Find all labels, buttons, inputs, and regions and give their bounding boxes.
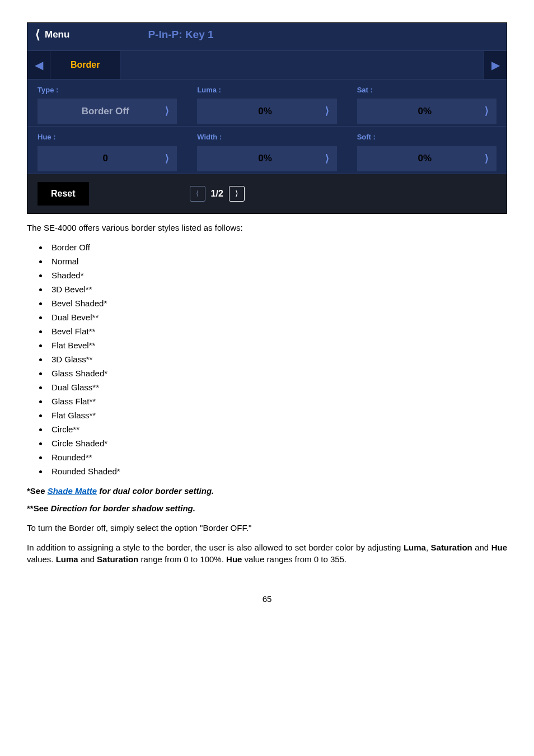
field-label: Hue :	[38, 132, 177, 142]
value-text: 0%	[365, 105, 485, 118]
field-type: Type : Border Off ⟩	[27, 79, 187, 126]
styles-list: Border Off Normal Shaded* 3D Bevel** Bev…	[48, 241, 507, 477]
value-text: 0	[45, 152, 165, 165]
panel-title: P-In-P: Key 1	[148, 27, 213, 43]
fields-grid: Type : Border Off ⟩ Luma : 0% ⟩ Sat : 0%…	[27, 79, 507, 174]
note1-pre: *See	[27, 486, 48, 496]
field-label: Sat :	[357, 85, 496, 95]
chevron-right-icon: ⟩	[325, 152, 329, 166]
chevron-left-icon: ⟨	[35, 29, 40, 41]
panel-footer: Reset ⟨ 1/2 ⟩	[27, 174, 507, 213]
note-shade-matte: *See Shade Matte for dual color border s…	[27, 485, 507, 497]
field-width: Width : 0% ⟩	[187, 126, 346, 173]
list-item: Glass Flat**	[48, 395, 507, 407]
field-label: Width :	[197, 132, 336, 142]
list-item: Normal	[48, 255, 507, 267]
triangle-left-icon: ◀	[35, 57, 43, 73]
border-color-text: In addition to assigning a style to the …	[27, 542, 507, 565]
field-value-type[interactable]: Border Off ⟩	[38, 99, 177, 124]
field-value-hue[interactable]: 0 ⟩	[38, 146, 177, 171]
note1-post: for dual color border setting	[97, 486, 212, 496]
field-value-width[interactable]: 0% ⟩	[197, 146, 336, 171]
tab-border[interactable]: Border	[50, 51, 120, 79]
field-luma: Luma : 0% ⟩	[187, 79, 346, 126]
border-off-text: To turn the Border off, simply select th…	[27, 522, 507, 534]
value-text: 0%	[205, 105, 325, 118]
chevron-right-icon: ⟩	[325, 104, 329, 118]
back-button[interactable]: ⟨ Menu	[35, 28, 69, 41]
pager-prev[interactable]: ⟨	[190, 186, 205, 202]
reset-label: Reset	[51, 189, 76, 198]
tab-prev[interactable]: ◀	[27, 51, 50, 79]
panel-header: ⟨ Menu P-In-P: Key 1	[27, 23, 507, 50]
field-value-luma[interactable]: 0% ⟩	[197, 99, 336, 124]
field-label: Luma :	[197, 85, 336, 95]
chevron-left-icon: ⟨	[196, 188, 199, 199]
chevron-right-icon: ⟩	[235, 188, 238, 199]
page-number: 65	[27, 593, 507, 605]
list-item: 3D Glass**	[48, 353, 507, 365]
list-item: Dual Glass**	[48, 381, 507, 393]
field-label: Type :	[38, 85, 177, 95]
list-item: Rounded Shaded*	[48, 465, 507, 477]
chevron-right-icon: ⟩	[485, 104, 489, 118]
pager-number: 1/2	[211, 188, 223, 200]
list-item: Flat Bevel**	[48, 339, 507, 351]
pager-next[interactable]: ⟩	[229, 186, 245, 202]
list-item: Circle Shaded*	[48, 437, 507, 449]
list-item: Circle**	[48, 423, 507, 435]
list-item: Bevel Shaded*	[48, 297, 507, 309]
list-item: Flat Glass**	[48, 409, 507, 421]
chevron-right-icon: ⟩	[165, 104, 169, 118]
field-soft: Soft : 0% ⟩	[347, 126, 507, 173]
chevron-right-icon: ⟩	[485, 152, 489, 166]
reset-button[interactable]: Reset	[38, 182, 89, 206]
value-text: Border Off	[45, 105, 165, 118]
list-item: Rounded**	[48, 451, 507, 463]
field-hue: Hue : 0 ⟩	[27, 126, 187, 173]
tab-bar: ◀ Border ▶	[27, 50, 507, 79]
settings-panel: ⟨ Menu P-In-P: Key 1 ◀ Border ▶ Type : B…	[27, 22, 507, 214]
triangle-right-icon: ▶	[491, 57, 500, 73]
list-item: Dual Bevel**	[48, 311, 507, 323]
tab-next[interactable]: ▶	[484, 51, 507, 79]
chevron-right-icon: ⟩	[165, 152, 169, 166]
list-item: Bevel Flat**	[48, 325, 507, 337]
pager: ⟨ 1/2 ⟩	[190, 186, 245, 202]
field-label: Soft :	[357, 132, 496, 142]
list-item: 3D Bevel**	[48, 283, 507, 295]
value-text: 0%	[365, 152, 485, 165]
note-direction: **See Direction for border shadow settin…	[27, 502, 507, 514]
back-label: Menu	[45, 28, 69, 41]
shade-matte-link[interactable]: Shade Matte	[48, 486, 97, 496]
list-item: Border Off	[48, 241, 507, 253]
field-sat: Sat : 0% ⟩	[347, 79, 507, 126]
value-text: 0%	[205, 152, 325, 165]
list-item: Shaded*	[48, 269, 507, 281]
list-item: Glass Shaded*	[48, 367, 507, 379]
tab-label: Border	[71, 60, 100, 69]
field-value-sat[interactable]: 0% ⟩	[357, 99, 496, 124]
intro-text: The SE-4000 offers various border styles…	[27, 222, 507, 234]
field-value-soft[interactable]: 0% ⟩	[357, 146, 496, 171]
